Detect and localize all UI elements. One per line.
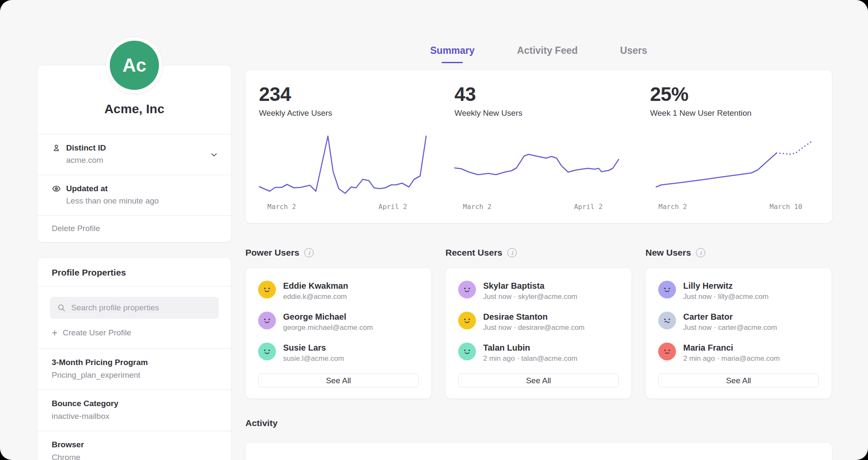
main-content: Summary Activity Feed Users 234 Weekly A… xyxy=(245,0,832,460)
profile-properties-card: Profile Properties + Create User Profile… xyxy=(37,258,231,460)
recent-users-card: Skylar Baptista Just now · skyler@acme.c… xyxy=(445,268,632,399)
tab-users[interactable]: Users xyxy=(620,45,647,63)
user-meta: Just now · lilly@acme.com xyxy=(683,293,768,301)
user-meta: 2 min ago · talan@acme.com xyxy=(483,354,577,363)
user-meta: 2 min ago · maria@acme.com xyxy=(683,354,780,363)
info-icon[interactable]: i xyxy=(304,248,314,257)
user-name: Skylar Baptista xyxy=(483,281,577,291)
search-input[interactable] xyxy=(71,303,212,312)
see-all-button[interactable]: See All xyxy=(258,374,419,388)
user-avatar xyxy=(458,312,476,329)
search-icon xyxy=(57,303,66,312)
user-row[interactable]: Carter Bator Just now · carter@acme.com xyxy=(658,312,819,332)
week1-retention-chart xyxy=(650,131,818,198)
user-avatar xyxy=(658,312,676,329)
property-row[interactable]: Browser Chrome xyxy=(37,431,231,460)
info-icon[interactable]: i xyxy=(507,248,517,257)
property-value: inactive-mailbox xyxy=(52,412,217,421)
x-tick: April 2 xyxy=(378,203,407,211)
x-axis-labels: March 2 April 2 xyxy=(454,203,623,212)
x-tick: April 2 xyxy=(574,203,602,211)
stat-label: Week 1 New User Retention xyxy=(650,109,818,118)
see-all-button[interactable]: See All xyxy=(658,374,819,388)
field-value: Less than one minute ago xyxy=(66,196,217,206)
search-box[interactable] xyxy=(50,297,219,319)
chevron-down-icon[interactable] xyxy=(209,150,219,159)
user-meta: Just now · desirare@acme.com xyxy=(483,323,584,332)
eye-icon xyxy=(52,184,61,193)
user-meta: susie.l@acme.com xyxy=(283,354,344,363)
user-avatar xyxy=(458,343,476,360)
user-meta: george.michael@acme.com xyxy=(283,323,373,332)
user-avatar xyxy=(258,312,276,329)
summary-stats-card: 234 Weekly Active Users March 2 April 2 … xyxy=(245,70,832,223)
user-name: George Michael xyxy=(283,312,373,322)
see-all-button[interactable]: See All xyxy=(458,374,619,388)
profile-properties-title: Profile Properties xyxy=(37,258,231,286)
user-row[interactable]: Skylar Baptista Just now · skyler@acme.c… xyxy=(458,281,619,301)
weekly-new-users-chart xyxy=(454,131,623,198)
property-row[interactable]: Bounce Category inactive-mailbox xyxy=(37,390,231,431)
property-label: 3-Month Pricing Program xyxy=(52,358,217,367)
stat-value: 234 xyxy=(259,83,427,106)
user-name: Talan Lubin xyxy=(483,343,577,353)
section-title: New Users xyxy=(645,248,691,258)
section-title: Power Users xyxy=(245,248,299,258)
user-meta: Just now · carter@acme.com xyxy=(683,323,777,332)
user-row[interactable]: George Michael george.michael@acme.com xyxy=(258,312,419,332)
user-row[interactable]: Eddie Kwakman eddie.k@acme.com xyxy=(258,281,419,301)
user-name: Eddie Kwakman xyxy=(283,281,348,291)
field-label: Distinct ID xyxy=(66,143,106,153)
property-label: Browser xyxy=(52,440,217,449)
user-avatar xyxy=(658,343,676,360)
stat-week1-retention: 25% Week 1 New User Retention March 2 Ma… xyxy=(637,83,832,212)
tab-activity-feed[interactable]: Activity Feed xyxy=(517,45,578,63)
user-row[interactable]: Susie Lars susie.l@acme.com xyxy=(258,343,419,363)
tab-summary[interactable]: Summary xyxy=(430,45,475,63)
create-user-profile-button[interactable]: + Create User Profile xyxy=(52,328,131,337)
recent-users-section: Recent Users i Skylar Baptista Just now … xyxy=(445,248,632,399)
user-row[interactable]: Maria Franci 2 min ago · maria@acme.com xyxy=(658,343,819,363)
field-distinct-id[interactable]: Distinct ID acme.com xyxy=(37,134,231,175)
stat-weekly-active-users: 234 Weekly Active Users March 2 April 2 xyxy=(245,83,441,212)
create-user-profile-label: Create User Profile xyxy=(63,328,131,337)
stat-value: 43 xyxy=(454,83,623,106)
delete-profile-button[interactable]: Delete Profile xyxy=(37,215,231,242)
field-value: acme.com xyxy=(66,156,217,165)
user-name: Susie Lars xyxy=(283,343,344,353)
stat-label: Weekly New Users xyxy=(454,109,623,118)
stat-weekly-new-users: 43 Weekly New Users March 2 April 2 xyxy=(441,83,636,212)
user-name: Carter Bator xyxy=(683,312,777,322)
stat-label: Weekly Active Users xyxy=(259,109,427,118)
app-window: Ac Acme, Inc Distinct ID acme.com xyxy=(0,0,868,460)
activity-title: Activity xyxy=(245,418,832,428)
info-icon[interactable]: i xyxy=(696,248,705,257)
user-row[interactable]: Desirae Stanton Just now · desirare@acme… xyxy=(458,312,619,332)
user-name: Maria Franci xyxy=(683,343,780,353)
property-row[interactable]: 3-Month Pricing Program Pricing_plan_exp… xyxy=(37,348,231,390)
plus-icon: + xyxy=(52,329,58,337)
user-avatar xyxy=(258,281,276,298)
profile-sidebar: Ac Acme, Inc Distinct ID acme.com xyxy=(37,37,231,460)
field-updated-at: Updated at Less than one minute ago xyxy=(37,175,231,215)
avatar-ring: Ac xyxy=(106,37,162,93)
user-name: Desirae Stanton xyxy=(483,312,584,322)
property-value: Chrome xyxy=(52,453,217,460)
power-users-section: Power Users i Eddie Kwakman eddie.k@acme… xyxy=(245,248,431,399)
x-tick: March 10 xyxy=(770,203,802,211)
x-tick: March 2 xyxy=(463,203,491,211)
power-users-card: Eddie Kwakman eddie.k@acme.com George Mi… xyxy=(245,268,431,399)
x-axis-labels: March 2 March 10 xyxy=(650,203,818,212)
new-users-section: New Users i Lilly Herwitz Just now · lil… xyxy=(645,248,832,399)
user-meta: eddie.k@acme.com xyxy=(283,293,348,301)
user-row[interactable]: Lilly Herwitz Just now · lilly@acme.com xyxy=(658,281,819,301)
x-axis-labels: March 2 April 2 xyxy=(259,203,427,212)
property-label: Bounce Category xyxy=(52,399,217,408)
user-avatar xyxy=(458,281,476,298)
user-row[interactable]: Talan Lubin 2 min ago · talan@acme.com xyxy=(458,343,619,363)
weekly-active-users-chart xyxy=(259,131,427,198)
user-avatar xyxy=(258,343,276,360)
property-value: Pricing_plan_experiment xyxy=(52,371,217,380)
stat-value: 25% xyxy=(650,83,818,106)
activity-card: 234 940 3.4k xyxy=(245,443,832,460)
